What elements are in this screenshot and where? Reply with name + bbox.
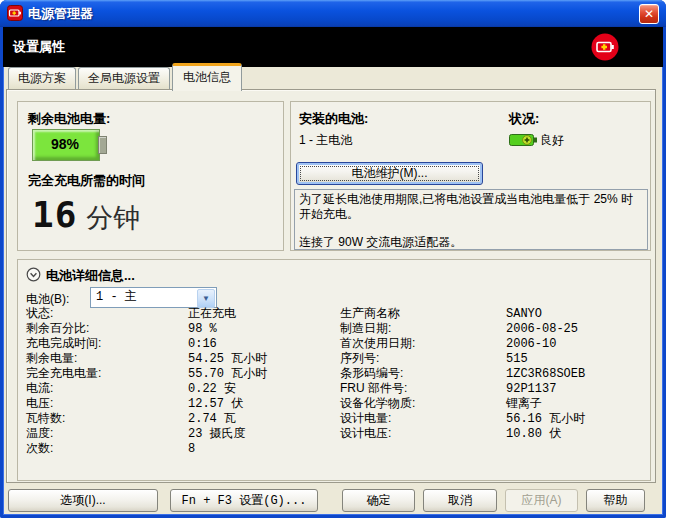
notice-paragraph: 为了延长电池使用期限,已将电池设置成当电池电量低于 25% 时开始充电。: [299, 192, 643, 222]
battery-badge-icon: [591, 33, 619, 61]
detail-label: 完全充电电量:: [26, 366, 188, 381]
details-header: 电池详细信息...: [46, 267, 135, 285]
detail-label: 设备化学物质:: [340, 396, 506, 411]
condition-value: 良好: [540, 132, 564, 149]
remaining-charge-label: 剩余电池电量:: [28, 110, 110, 128]
detail-label: 条形码编号:: [340, 366, 506, 381]
help-button[interactable]: 帮助: [586, 489, 645, 512]
detail-label: 状态:: [26, 306, 188, 321]
page-title: 设置属性: [13, 27, 65, 67]
full-charge-time-display: 16分钟: [32, 194, 140, 236]
detail-row: 设备化学物质:锂离子: [340, 396, 585, 411]
charge-threshold-notice: 为了延长电池使用期限,已将电池设置成当电池电量低于 25% 时开始充电。 连接了…: [294, 189, 648, 250]
detail-label: 电流:: [26, 381, 188, 396]
detail-value: 2006-10: [506, 337, 556, 351]
detail-value: 23 摄氏度: [188, 427, 246, 441]
detail-row: 电流:0.22 安: [26, 381, 267, 396]
title-bar[interactable]: 电源管理器 ✕: [0, 0, 666, 27]
battery-percent-value: 98%: [32, 129, 98, 159]
details-right-column: 生产商名称SANYO 制造日期:2006-08-25 首次使用日期:2006-1…: [340, 306, 585, 441]
app-battery-icon: [7, 5, 23, 21]
detail-label: 首次使用日期:: [340, 336, 506, 351]
detail-value: 0.22 安: [188, 382, 236, 396]
detail-label: 电压:: [26, 396, 188, 411]
detail-row: 充电完成时间:0:16: [26, 336, 267, 351]
detail-row: 瓦特数:2.74 瓦: [26, 411, 267, 426]
installed-battery-value: 1 - 主电池: [299, 132, 352, 149]
detail-row: 次数:8: [26, 441, 267, 456]
detail-label: 设计电压:: [340, 426, 506, 441]
condition-label: 状况:: [509, 110, 539, 128]
fn-f3-settings-button[interactable]: Fn + F3 设置(G)...: [170, 489, 318, 512]
detail-label: 温度:: [26, 426, 188, 441]
detail-row: 序列号:515: [340, 351, 585, 366]
detail-row: 生产商名称SANYO: [340, 306, 585, 321]
detail-value: SANYO: [506, 307, 542, 321]
detail-label: 瓦特数:: [26, 411, 188, 426]
detail-value: 锂离子: [506, 397, 542, 411]
ok-button[interactable]: 确定: [342, 489, 415, 512]
detail-row: 条形码编号:1ZC3R68SOEB: [340, 366, 585, 381]
detail-row: 状态:正在充电: [26, 306, 267, 321]
power-manager-window: 电源管理器 ✕ 设置属性 电源方案 全局电源设置 电池信息 剩余电池电量:: [0, 0, 666, 518]
cancel-button[interactable]: 取消: [423, 489, 497, 512]
notice-paragraph: 连接了 90W 交流电源适配器。: [299, 235, 643, 250]
detail-value: 10.80 伏: [506, 427, 561, 441]
detail-label: 设计电量:: [340, 411, 506, 426]
detail-row: 温度:23 摄氏度: [26, 426, 267, 441]
details-left-column: 状态:正在充电 剩余百分比:98 % 充电完成时间:0:16 剩余电量:54.2…: [26, 306, 267, 456]
detail-label: 序列号:: [340, 351, 506, 366]
detail-row: 剩余电量:54.25 瓦小时: [26, 351, 267, 366]
options-button[interactable]: 选项(I)...: [8, 489, 158, 512]
time-unit: 分钟: [86, 203, 140, 233]
window-title: 电源管理器: [28, 0, 93, 27]
battery-select-dropdown[interactable]: 1 - 主 ▼: [90, 287, 217, 308]
detail-row: 完全充电电量:55.70 瓦小时: [26, 366, 267, 381]
battery-details-box: 电池详细信息... 电池(B): 1 - 主 ▼ 状态:正在充电 剩余百分比:9…: [17, 259, 651, 481]
desktop: 电源管理器 ✕ 设置属性 电源方案 全局电源设置 电池信息 剩余电池电量:: [0, 0, 700, 525]
installed-battery-box: 安装的电池: 1 - 主电池 状况: 良好 电池维护(M)... 为了延长电池使…: [290, 101, 651, 251]
detail-row: 设计电量:56.16 瓦小时: [340, 411, 585, 426]
tab-strip: 电源方案 全局电源设置 电池信息: [8, 70, 244, 90]
detail-row: 首次使用日期:2006-10: [340, 336, 585, 351]
detail-value: 12.57 伏: [188, 397, 243, 411]
detail-label: 剩余百分比:: [26, 321, 188, 336]
close-icon: ✕: [644, 7, 654, 21]
detail-label: FRU 部件号:: [340, 381, 506, 396]
dialog-button-row: 选项(I)... Fn + F3 设置(G)... 确定 取消 应用(A) 帮助: [0, 489, 666, 512]
installed-battery-label: 安装的电池:: [299, 110, 368, 128]
tab-battery-information[interactable]: 电池信息: [172, 63, 242, 91]
detail-value: 56.16 瓦小时: [506, 412, 585, 426]
time-value: 16: [32, 194, 77, 235]
detail-value: 8: [188, 442, 195, 456]
detail-label: 制造日期:: [340, 321, 506, 336]
detail-value: 54.25 瓦小时: [188, 352, 267, 366]
detail-label: 生产商名称: [340, 306, 506, 321]
detail-value: 1ZC3R68SOEB: [506, 367, 585, 381]
header-band: 设置属性: [3, 27, 663, 67]
detail-row: 制造日期:2006-08-25: [340, 321, 585, 336]
detail-value: 92P1137: [506, 382, 556, 396]
detail-row: 电压:12.57 伏: [26, 396, 267, 411]
detail-label: 剩余电量:: [26, 351, 188, 366]
detail-label: 充电完成时间:: [26, 336, 188, 351]
detail-value: 515: [506, 352, 528, 366]
detail-value: 55.70 瓦小时: [188, 367, 267, 381]
detail-value: 98 %: [188, 322, 217, 336]
tab-power-scheme[interactable]: 电源方案: [8, 67, 76, 90]
close-button[interactable]: ✕: [639, 4, 659, 24]
detail-value: 2006-08-25: [506, 322, 578, 336]
collapse-arrow-icon[interactable]: [26, 267, 41, 282]
battery-terminal: [98, 136, 107, 154]
detail-value: 正在充电: [188, 307, 236, 321]
battery-info-tab-page: 剩余电池电量: 98% 完全充电所需的时间 16分钟 安装的电池: 1 - 主电…: [6, 89, 656, 483]
full-charge-time-label: 完全充电所需的时间: [28, 172, 145, 190]
detail-value: 2.74 瓦: [188, 412, 236, 426]
battery-health-icon: [509, 133, 539, 147]
tab-global-power-settings[interactable]: 全局电源设置: [78, 67, 170, 90]
battery-maintenance-button[interactable]: 电池维护(M)...: [296, 162, 483, 185]
detail-value: 0:16: [188, 337, 217, 351]
remaining-charge-box: 剩余电池电量: 98% 完全充电所需的时间 16分钟: [17, 101, 284, 251]
detail-row: 剩余百分比:98 %: [26, 321, 267, 336]
apply-button: 应用(A): [505, 489, 578, 512]
